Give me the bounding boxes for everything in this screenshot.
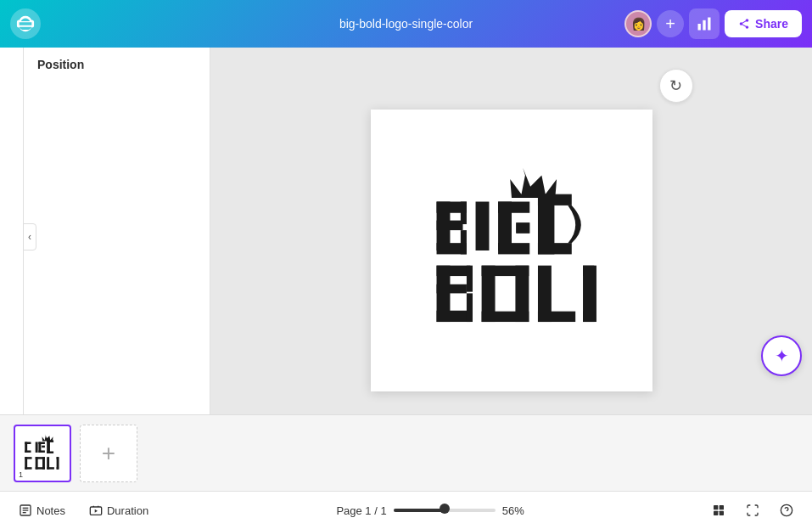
svg-rect-38	[25, 467, 31, 469]
zoom-slider[interactable]	[394, 509, 496, 512]
main-area: ‹ Position	[0, 48, 812, 453]
svg-rect-55	[47, 451, 53, 453]
topbar: big-bold-logo-single-color 👩 + Share	[0, 0, 812, 48]
svg-rect-47	[57, 457, 59, 459]
refresh-button[interactable]: ↻	[659, 69, 693, 103]
svg-rect-35	[25, 450, 31, 452]
svg-rect-37	[25, 457, 31, 459]
svg-rect-34	[25, 442, 31, 443]
magic-icon: ✦	[775, 346, 789, 366]
svg-rect-52	[42, 445, 45, 447]
grid-view-button[interactable]	[707, 500, 731, 521]
share-button[interactable]: Share	[725, 10, 802, 37]
canva-logo-icon[interactable]	[10, 8, 41, 39]
topbar-right: 👩 + Share	[624, 8, 802, 39]
bottom-right-controls	[707, 500, 798, 521]
sidebar-collapse-button[interactable]: ‹	[23, 223, 36, 250]
svg-rect-0	[698, 24, 701, 31]
refresh-icon: ↻	[669, 76, 682, 95]
svg-rect-45	[47, 467, 54, 469]
add-collaborator-button[interactable]: +	[657, 10, 684, 37]
svg-rect-65	[720, 511, 724, 515]
svg-rect-2	[708, 18, 710, 31]
svg-rect-64	[714, 511, 718, 515]
svg-rect-12	[498, 243, 529, 254]
page-thumbnail-1[interactable]: 1	[14, 425, 71, 482]
page-info-text: Page 1 / 1	[336, 504, 386, 517]
zoom-percentage: 56%	[502, 504, 524, 517]
help-button[interactable]	[775, 500, 798, 521]
svg-rect-19	[436, 265, 470, 275]
svg-rect-27	[481, 311, 529, 321]
svg-rect-23	[466, 293, 472, 322]
notes-label: Notes	[36, 504, 65, 517]
notes-button[interactable]: Notes	[14, 500, 70, 521]
svg-rect-42	[36, 457, 45, 459]
magic-button[interactable]: ✦	[761, 335, 802, 376]
svg-rect-9	[475, 201, 489, 250]
svg-rect-6	[436, 220, 462, 230]
topbar-left	[10, 8, 41, 39]
svg-rect-16	[537, 194, 571, 205]
svg-rect-14	[516, 222, 529, 233]
svg-rect-43	[36, 467, 45, 469]
fullscreen-button[interactable]	[741, 500, 764, 521]
svg-rect-31	[583, 265, 594, 275]
bottombar: Notes Duration Page 1 / 1 56%	[0, 491, 812, 529]
svg-rect-62	[714, 505, 718, 509]
svg-rect-22	[466, 265, 472, 291]
svg-rect-32	[583, 311, 594, 321]
canvas-area[interactable]: ↻ ⌄ ✦	[210, 48, 812, 453]
duration-button[interactable]: Duration	[84, 500, 154, 521]
user-avatar[interactable]: 👩	[624, 10, 652, 37]
bottom-left-controls: Notes Duration	[14, 500, 154, 521]
panel-title: Position	[37, 58, 196, 71]
svg-rect-63	[720, 505, 724, 509]
logo-design	[401, 140, 622, 361]
svg-rect-48	[57, 467, 59, 469]
svg-rect-21	[436, 284, 466, 293]
svg-rect-51	[38, 450, 44, 452]
canvas-page[interactable]: ↻	[371, 110, 652, 391]
svg-rect-50	[38, 442, 44, 443]
plus-icon: +	[102, 440, 115, 467]
svg-rect-20	[436, 310, 470, 321]
svg-rect-1	[703, 20, 705, 31]
zoom-track	[394, 509, 445, 512]
svg-rect-29	[537, 311, 574, 321]
chevron-left-icon: ‹	[28, 231, 31, 243]
document-title: big-bold-logo-single-color	[339, 17, 473, 31]
duration-label: Duration	[107, 504, 148, 517]
svg-rect-11	[498, 201, 529, 212]
svg-rect-17	[537, 243, 571, 254]
analytics-button[interactable]	[689, 8, 720, 39]
svg-rect-8	[460, 230, 466, 254]
left-sidebar: ‹	[0, 48, 24, 453]
svg-marker-61	[95, 509, 98, 513]
position-panel: Position	[24, 48, 210, 453]
svg-rect-39	[36, 442, 38, 452]
add-page-button[interactable]: +	[80, 425, 137, 482]
pages-strip: 1 +	[0, 414, 812, 491]
svg-rect-7	[460, 201, 466, 224]
page-number-1: 1	[19, 470, 23, 479]
page-info-area: Page 1 / 1 56%	[336, 504, 524, 517]
svg-rect-26	[481, 265, 529, 275]
svg-rect-54	[47, 440, 53, 442]
zoom-thumb	[440, 504, 450, 514]
